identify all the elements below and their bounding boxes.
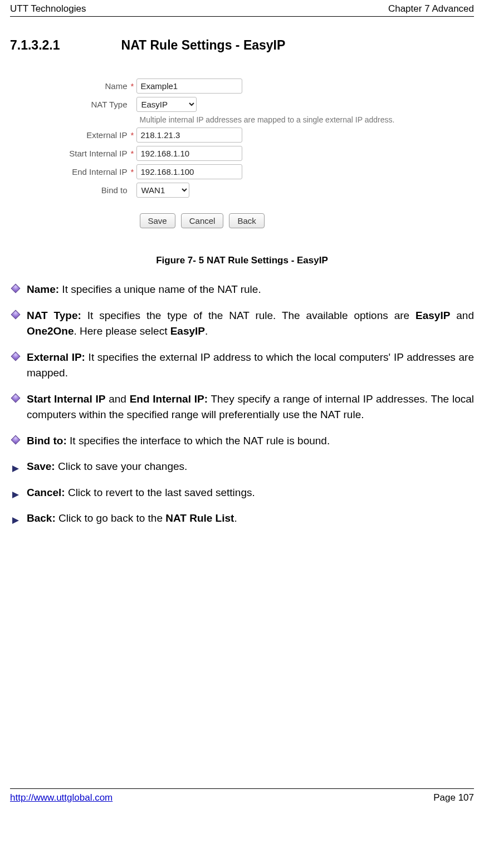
bullet-text: . <box>205 325 208 337</box>
name-label: Name <box>58 81 131 91</box>
cancel-button[interactable]: Cancel <box>181 213 224 228</box>
bullet-term: End Internal IP: <box>130 393 208 405</box>
bullet-term: NAT Type: <box>27 310 81 321</box>
diamond-icon <box>11 435 21 444</box>
external-ip-label: External IP <box>58 130 131 140</box>
section-title: NAT Rule Settings - EasyIP <box>121 38 286 53</box>
list-item: Cancel: Click to revert to the last save… <box>12 485 474 501</box>
bullet-term: Name: <box>27 283 59 295</box>
triangle-icon <box>12 465 19 472</box>
bullet-term: Cancel: <box>27 487 65 498</box>
page-header: UTT Technologies Chapter 7 Advanced <box>10 0 474 17</box>
bullet-text: Click to save your changes. <box>55 460 188 472</box>
name-input[interactable] <box>136 79 242 94</box>
bullet-text: and <box>450 310 474 321</box>
bullet-text: . <box>234 512 237 524</box>
bind-to-label: Bind to <box>58 185 131 195</box>
button-row: Save Cancel Back <box>140 213 426 228</box>
nat-rule-form: Name * NAT Type EasyIP Multiple internal… <box>58 70 426 242</box>
list-item: Save: Click to save your changes. <box>12 459 474 475</box>
bullet-term: NAT Rule List <box>165 512 234 524</box>
bind-to-select[interactable]: WAN1 <box>136 183 189 198</box>
bullet-text: It specifies the type of the NAT rule. T… <box>81 310 415 321</box>
header-left: UTT Technologies <box>10 3 86 14</box>
diamond-icon <box>11 310 21 319</box>
nat-type-label: NAT Type <box>58 100 131 109</box>
triangle-icon <box>12 517 19 524</box>
bullet-term: EasyIP <box>170 325 205 337</box>
section-number: 7.1.3.2.1 <box>10 38 60 53</box>
end-internal-ip-label: End Internal IP <box>58 167 131 176</box>
bullet-text: . Here please select <box>74 325 170 337</box>
triangle-icon <box>12 492 19 498</box>
bullet-list: Name: It specifies a unique name of the … <box>10 282 474 527</box>
bullet-term: EasyIP <box>415 310 450 321</box>
bullet-term: External IP: <box>27 351 85 363</box>
required-icon: * <box>131 81 136 91</box>
list-item: Back: Click to go back to the NAT Rule L… <box>12 511 474 527</box>
page-footer: http://www.uttglobal.com Page 107 <box>10 788 474 807</box>
page-number: Page 107 <box>433 792 474 803</box>
section-heading: 7.1.3.2.1 NAT Rule Settings - EasyIP <box>10 38 474 53</box>
list-item: Start Internal IP and End Internal IP: T… <box>12 391 474 423</box>
bullet-term: Back: <box>27 512 56 524</box>
bullet-term: One2One <box>27 325 74 337</box>
figure-caption: Figure 7- 5 NAT Rule Settings - EasyIP <box>10 255 474 266</box>
start-internal-ip-input[interactable] <box>136 146 242 161</box>
bullet-term: Bind to: <box>27 435 67 447</box>
required-icon: * <box>131 167 136 176</box>
nat-type-select[interactable]: EasyIP <box>136 97 197 112</box>
required-icon: * <box>131 149 136 158</box>
list-item: Bind to: It specifies the interface to w… <box>12 433 474 449</box>
bullet-text: It specifies the external IP address to … <box>27 351 474 379</box>
list-item: External IP: It specifies the external I… <box>12 350 474 381</box>
bullet-text: It specifies a unique name of the NAT ru… <box>59 283 261 295</box>
diamond-icon <box>11 351 21 361</box>
footer-link[interactable]: http://www.uttglobal.com <box>10 792 113 803</box>
start-internal-ip-label: Start Internal IP <box>58 149 131 158</box>
bullet-term: Start Internal IP <box>27 393 105 405</box>
back-button[interactable]: Back <box>229 213 264 228</box>
bullet-text: Click to go back to the <box>56 512 166 524</box>
save-button[interactable]: Save <box>140 213 175 228</box>
header-right: Chapter 7 Advanced <box>388 3 474 14</box>
bullet-term: Save: <box>27 460 55 472</box>
bullet-text: It specifies the interface to which the … <box>67 435 330 447</box>
external-ip-input[interactable] <box>136 127 242 143</box>
helper-text: Multiple internal IP addresses are mappe… <box>140 115 426 124</box>
required-icon: * <box>131 130 136 140</box>
list-item: NAT Type: It specifies the type of the N… <box>12 308 474 340</box>
diamond-icon <box>11 284 21 293</box>
end-internal-ip-input[interactable] <box>136 164 242 179</box>
bullet-text: Click to revert to the last saved settin… <box>65 487 255 498</box>
diamond-icon <box>11 393 21 403</box>
list-item: Name: It specifies a unique name of the … <box>12 282 474 298</box>
bullet-text: and <box>105 393 129 405</box>
